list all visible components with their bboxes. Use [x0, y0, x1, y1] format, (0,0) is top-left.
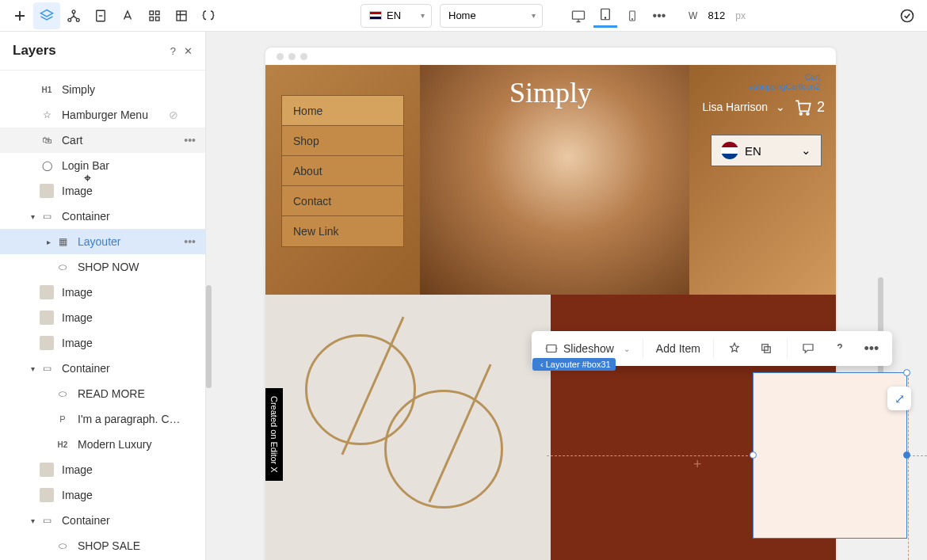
- scrollbar-thumb-left[interactable]: [206, 285, 212, 388]
- close-icon[interactable]: ✕: [184, 45, 193, 57]
- layer-row[interactable]: ☆Hamburger Menu⊘: [0, 102, 205, 128]
- more-actions-icon[interactable]: •••: [184, 134, 196, 147]
- layer-row[interactable]: ⬭SHOP NOW: [0, 254, 205, 280]
- layer-row[interactable]: Image: [0, 457, 205, 482]
- layer-row[interactable]: Image: [0, 305, 205, 330]
- layer-row[interactable]: H1Simply: [0, 77, 205, 102]
- layer-row[interactable]: H2Modern Luxury: [0, 432, 205, 457]
- layer-row[interactable]: Image: [0, 178, 205, 204]
- page-select[interactable]: Home: [440, 4, 543, 28]
- svg-rect-18: [762, 345, 769, 351]
- layer-row[interactable]: ▾▭Container: [0, 204, 205, 229]
- add-element-icon[interactable]: [6, 2, 33, 29]
- svg-rect-5: [156, 11, 160, 15]
- layer-label: READ MORE: [78, 387, 205, 400]
- layer-row[interactable]: Image: [0, 482, 205, 508]
- layers-list[interactable]: H1Simply☆Hamburger Menu⊘🛍Cart•••◯Login B…: [0, 70, 205, 560]
- layer-row[interactable]: ▸▦Layouter•••: [0, 229, 205, 254]
- chevron-down-icon: ⌄: [801, 143, 811, 158]
- layer-row[interactable]: ▾▭Container: [0, 508, 205, 533]
- site-menu[interactable]: HomeShopAboutContactNew Link: [281, 95, 404, 247]
- menu-item[interactable]: About: [282, 156, 403, 186]
- layer-row[interactable]: ▾▭Container: [0, 356, 205, 381]
- design-icon[interactable]: [722, 336, 747, 361]
- chevron-down-icon[interactable]: ⌄: [776, 101, 785, 113]
- layer-row[interactable]: 🛍Cart•••: [0, 128, 205, 153]
- login-bar[interactable]: Lisa Harrison ⌄ 2: [703, 98, 826, 116]
- layer-row[interactable]: ⬭READ MORE: [0, 381, 205, 406]
- svg-point-13: [631, 18, 632, 19]
- artboard[interactable]: Simply Cart #shoppingCartIcon2 Lisa Harr…: [265, 48, 836, 560]
- text-theme-icon[interactable]: [114, 2, 141, 29]
- svg-rect-8: [177, 11, 186, 21]
- duplicate-icon[interactable]: [753, 336, 779, 361]
- layer-label: Image: [62, 286, 205, 299]
- browser-window-dots: [265, 48, 836, 65]
- device-breakpoints: •••: [566, 4, 671, 28]
- page-icon[interactable]: [87, 2, 114, 29]
- resize-handle-ml[interactable]: [750, 451, 757, 459]
- layer-row[interactable]: ⬭SHOP SALE: [0, 533, 205, 558]
- help-icon[interactable]: [827, 336, 853, 361]
- layer-label: Simply: [62, 83, 205, 96]
- cart-icon[interactable]: 2: [793, 98, 825, 116]
- mobile-device-icon[interactable]: [620, 4, 644, 28]
- tablet-device-icon[interactable]: [593, 4, 617, 28]
- comment-icon[interactable]: [795, 336, 821, 361]
- site-structure-icon[interactable]: [60, 2, 87, 29]
- selection-tag[interactable]: Layouter #box31: [532, 358, 616, 371]
- earrings-panel: [265, 295, 551, 560]
- layers-icon[interactable]: [33, 2, 60, 29]
- more-options-icon[interactable]: •••: [859, 336, 884, 361]
- expand-icon[interactable]: ⤢: [887, 387, 911, 410]
- layer-type-icon: H2: [55, 437, 70, 451]
- svg-point-16: [807, 112, 809, 115]
- layer-row[interactable]: Image: [0, 280, 205, 305]
- data-icon[interactable]: [168, 2, 195, 29]
- resize-handle-tr[interactable]: [903, 369, 910, 376]
- layer-row[interactable]: Image: [0, 330, 205, 356]
- language-select[interactable]: EN: [360, 4, 432, 28]
- chevron-down-icon: ⌄: [624, 345, 630, 353]
- layer-row[interactable]: ◯Login Bar: [0, 153, 205, 178]
- top-toolbar: EN Home ••• W px: [0, 0, 927, 32]
- menu-item[interactable]: Shop: [282, 126, 403, 156]
- layer-type-icon: P: [55, 412, 70, 426]
- hidden-icon[interactable]: ⊘: [169, 109, 178, 121]
- add-item-button[interactable]: Add Item: [651, 336, 705, 361]
- hero-section[interactable]: Simply Cart #shoppingCartIcon2 Lisa Harr…: [265, 65, 836, 295]
- cart-element-labels: Cart #shoppingCartIcon2: [749, 73, 820, 92]
- width-input[interactable]: [702, 10, 731, 21]
- layer-type-icon: [40, 488, 54, 502]
- canvas-lang-label: EN: [745, 144, 761, 158]
- resize-handle-mr[interactable]: [903, 451, 910, 459]
- check-status-icon[interactable]: [894, 2, 921, 29]
- desktop-device-icon[interactable]: [566, 4, 590, 28]
- language-label: EN: [387, 10, 401, 21]
- code-icon[interactable]: [195, 2, 222, 29]
- add-section-icon[interactable]: +: [693, 456, 702, 473]
- menu-item[interactable]: Home: [282, 96, 403, 126]
- layer-label: Container: [62, 210, 205, 223]
- help-icon[interactable]: ?: [170, 45, 176, 57]
- layer-row[interactable]: PI'm a paragraph. C…: [0, 406, 205, 432]
- svg-rect-7: [156, 17, 160, 21]
- flag-icon: [721, 142, 738, 159]
- svg-point-1: [68, 18, 71, 21]
- menu-item[interactable]: New Link: [282, 216, 403, 246]
- more-devices-icon[interactable]: •••: [647, 4, 671, 28]
- svg-rect-9: [573, 11, 585, 19]
- layers-panel-header: Layers ? ✕: [0, 32, 205, 70]
- layer-label: SHOP SALE: [78, 539, 205, 552]
- layer-type-icon: H1: [40, 82, 54, 97]
- canvas-language-select[interactable]: EN ⌄: [711, 135, 822, 166]
- apps-icon[interactable]: [141, 2, 168, 29]
- selection-box[interactable]: [753, 372, 907, 539]
- layer-label: Image: [62, 185, 205, 197]
- width-unit: px: [735, 10, 746, 21]
- layer-type-icon: 🛍: [40, 133, 54, 147]
- menu-item[interactable]: Contact: [282, 186, 403, 216]
- layer-label: Image: [62, 463, 205, 476]
- more-actions-icon[interactable]: •••: [184, 235, 196, 248]
- width-label: W: [689, 10, 697, 21]
